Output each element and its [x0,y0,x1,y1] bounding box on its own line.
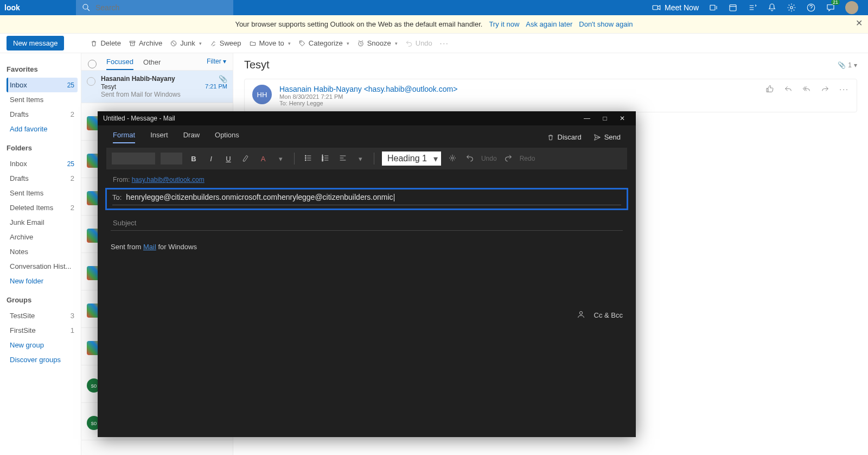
tab-draw[interactable]: Draw [183,131,200,143]
snooze-button[interactable]: Snooze [357,39,398,47]
sidebar-conv-hist[interactable]: Conversation Hist... [7,259,78,274]
try-it-link[interactable]: Try it now [489,20,519,28]
search-icon [81,3,91,12]
compose-body[interactable]: Sent from Mail for Windows [98,232,636,262]
user-avatar[interactable] [845,1,858,14]
tab-format[interactable]: Format [113,131,135,143]
tab-other[interactable]: Other [143,58,161,69]
dont-show-link[interactable]: Don't show again [579,20,633,28]
font-color-button[interactable]: A [257,155,269,163]
para-more-button[interactable]: ▾ [354,155,366,163]
search-box[interactable] [76,0,233,15]
calendar-icon[interactable] [728,3,738,12]
categorize-button[interactable]: Categorize [298,39,349,47]
discover-groups-link[interactable]: Discover groups [7,352,78,367]
new-message-button[interactable]: New message [7,36,64,50]
tab-options[interactable]: Options [215,131,239,143]
svg-point-15 [305,157,306,159]
sidebar-inbox[interactable]: Inbox25 [7,78,78,92]
folders-header[interactable]: Folders [7,144,78,152]
italic-button[interactable]: I [205,155,217,163]
sidebar-deleted[interactable]: Deleted Items2 [7,200,78,215]
sidebar-drafts[interactable]: Drafts2 [7,107,78,122]
svg-text:3: 3 [322,159,323,162]
underline-button[interactable]: U [222,155,234,163]
redo-icon[interactable] [502,154,514,164]
search-input[interactable] [95,3,228,12]
sidebar-sent-2[interactable]: Sent Items [7,186,78,200]
more-actions-button[interactable]: ··· [440,39,449,47]
reading-from[interactable]: Hasanain Habib-Nayany <hasy.habib@outloo… [279,85,457,93]
more-icon[interactable]: ··· [839,85,849,93]
bullets-icon[interactable] [302,154,314,164]
sidebar-group-firstsite[interactable]: FirstSite1 [7,323,78,338]
sidebar-junk[interactable]: Junk Email [7,215,78,230]
select-circle[interactable] [87,77,95,86]
sidebar-inbox-2[interactable]: Inbox25 [7,156,78,171]
like-icon[interactable] [765,85,774,95]
todo-icon[interactable] [748,3,757,12]
teams-icon[interactable] [709,3,718,12]
font-more-button[interactable]: ▾ [275,155,286,163]
reading-header: HH Hasanain Habib-Nayany <hasy.habib@out… [244,79,857,112]
cc-bcc-button[interactable]: Cc & Bcc [594,311,623,319]
reading-to: To: Henry Legge [279,100,457,106]
sidebar-group-testsite[interactable]: TestSite3 [7,308,78,323]
undo-icon[interactable] [464,154,476,164]
sidebar-archive[interactable]: Archive [7,230,78,244]
select-all-circle[interactable] [88,60,97,68]
font-size-select[interactable] [161,153,182,165]
svg-rect-2 [653,5,658,10]
highlight-icon[interactable] [240,154,252,164]
ask-later-link[interactable]: Ask again later [526,20,572,28]
junk-button[interactable]: Junk [170,39,201,47]
sweep-button[interactable]: Sweep [209,39,241,47]
move-to-button[interactable]: Move to [249,39,291,47]
add-favorite-link[interactable]: Add favorite [7,122,78,136]
message-item-1[interactable]: Hasanain Habib-Nayany📎 Tesyt7:21 PM Sent… [81,71,233,103]
archive-button[interactable]: Archive [129,39,162,47]
heading-select[interactable]: Heading 1 [382,151,441,166]
from-address[interactable]: hasy.habib@outlook.com [132,176,205,184]
sidebar-drafts-2[interactable]: Drafts2 [7,171,78,186]
to-input[interactable]: henrylegge@citizenbuilders.onmicrosoft.c… [126,193,621,201]
subject-field[interactable]: Subject [111,216,623,231]
styles-settings-icon[interactable] [446,154,458,164]
sidebar-sent[interactable]: Sent Items [7,92,78,107]
maximize-icon[interactable]: □ [597,115,612,122]
reply-icon[interactable] [784,85,793,95]
send-button[interactable]: Send [593,131,621,143]
compose-titlebar[interactable]: Untitled - Message - Mail ― □ ✕ [98,111,636,125]
filter-button[interactable]: Filter ▾ [207,58,226,65]
new-folder-link[interactable]: New folder [7,274,78,288]
mail-link[interactable]: Mail [143,243,156,251]
attachment-count[interactable]: 📎 1 ▾ [838,59,857,71]
favorites-header[interactable]: Favorites [7,65,78,73]
tab-insert[interactable]: Insert [150,131,168,143]
reply-all-icon[interactable] [802,85,811,95]
sidebar-notes[interactable]: Notes [7,244,78,259]
bold-button[interactable]: B [188,155,200,163]
discard-button[interactable]: Discard [547,131,582,143]
meet-now-button[interactable]: Meet Now [652,3,699,12]
tab-focused[interactable]: Focused [106,58,133,70]
svg-point-17 [305,160,306,161]
bell-icon[interactable] [767,3,777,12]
undo-button[interactable]: Undo [405,39,432,47]
app-brand: look [0,3,76,12]
close-icon[interactable]: ✕ [614,115,630,122]
new-group-link[interactable]: New group [7,338,78,352]
groups-header[interactable]: Groups [7,296,78,304]
align-icon[interactable] [337,154,349,164]
forward-icon[interactable] [821,85,829,95]
minimize-icon[interactable]: ― [578,115,596,122]
numbering-icon[interactable]: 123 [320,154,331,164]
gear-icon[interactable] [787,3,796,12]
close-info-icon[interactable]: ✕ [856,18,863,28]
help-icon[interactable] [806,3,816,12]
font-family-select[interactable] [112,153,155,165]
people-picker-icon[interactable] [577,310,585,320]
header-right: Meet Now 21 [652,1,868,14]
messenger-icon[interactable]: 21 [826,3,835,12]
delete-button[interactable]: Delete [90,39,121,47]
